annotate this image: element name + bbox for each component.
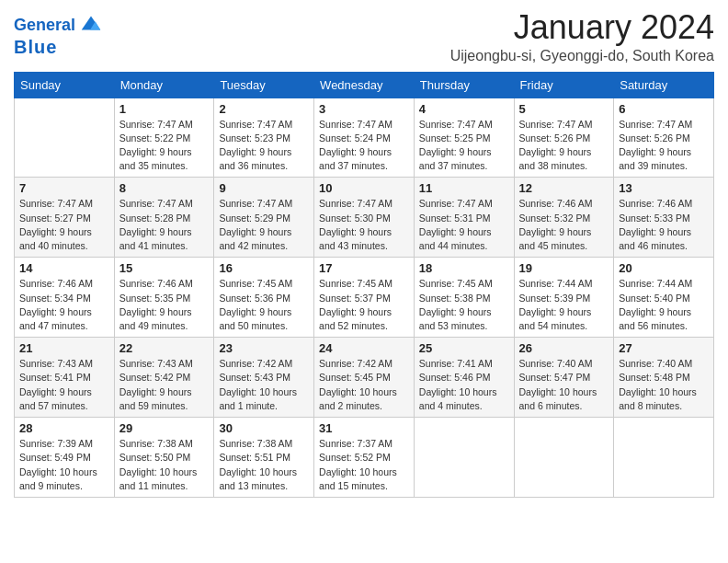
- day-number: 10: [319, 181, 409, 195]
- calendar-cell: 19Sunrise: 7:44 AMSunset: 5:39 PMDayligh…: [514, 258, 614, 338]
- day-info: Sunrise: 7:47 AMSunset: 5:26 PMDaylight:…: [619, 118, 709, 174]
- calendar-cell: 5Sunrise: 7:47 AMSunset: 5:26 PMDaylight…: [514, 98, 614, 178]
- calendar-cell: 9Sunrise: 7:47 AMSunset: 5:29 PMDaylight…: [214, 178, 314, 258]
- logo-text-general: General: [14, 17, 75, 35]
- day-number: 8: [119, 181, 210, 195]
- calendar-cell: [614, 418, 714, 498]
- day-info: Sunrise: 7:47 AMSunset: 5:30 PMDaylight:…: [319, 197, 409, 253]
- calendar-cell: 27Sunrise: 7:40 AMSunset: 5:48 PMDayligh…: [614, 338, 714, 418]
- day-number: 19: [519, 261, 609, 275]
- calendar-week-row: 28Sunrise: 7:39 AMSunset: 5:49 PMDayligh…: [15, 418, 714, 498]
- weekday-header-tuesday: Tuesday: [214, 72, 314, 98]
- weekday-header-monday: Monday: [114, 72, 214, 98]
- day-info: Sunrise: 7:45 AMSunset: 5:36 PMDaylight:…: [219, 277, 309, 333]
- calendar-cell: 11Sunrise: 7:47 AMSunset: 5:31 PMDayligh…: [414, 178, 514, 258]
- calendar-cell: [414, 418, 514, 498]
- calendar-cell: 6Sunrise: 7:47 AMSunset: 5:26 PMDaylight…: [614, 98, 714, 178]
- day-info: Sunrise: 7:47 AMSunset: 5:31 PMDaylight:…: [419, 197, 509, 253]
- day-info: Sunrise: 7:46 AMSunset: 5:34 PMDaylight:…: [19, 277, 109, 333]
- calendar-cell: 23Sunrise: 7:42 AMSunset: 5:43 PMDayligh…: [214, 338, 314, 418]
- calendar-cell: 16Sunrise: 7:45 AMSunset: 5:36 PMDayligh…: [214, 258, 314, 338]
- logo: General Blue: [14, 15, 104, 57]
- calendar-cell: 30Sunrise: 7:38 AMSunset: 5:51 PMDayligh…: [214, 418, 314, 498]
- day-number: 17: [319, 261, 409, 275]
- day-number: 12: [519, 181, 609, 195]
- calendar-cell: 31Sunrise: 7:37 AMSunset: 5:52 PMDayligh…: [314, 418, 415, 498]
- calendar-cell: 17Sunrise: 7:45 AMSunset: 5:37 PMDayligh…: [314, 258, 415, 338]
- logo-icon: [78, 11, 104, 37]
- calendar-cell: [15, 98, 115, 178]
- day-info: Sunrise: 7:47 AMSunset: 5:29 PMDaylight:…: [219, 197, 309, 253]
- day-number: 27: [619, 341, 709, 355]
- calendar-table: SundayMondayTuesdayWednesdayThursdayFrid…: [14, 72, 714, 498]
- day-number: 6: [619, 102, 709, 116]
- day-number: 29: [119, 421, 210, 435]
- day-info: Sunrise: 7:37 AMSunset: 5:52 PMDaylight:…: [319, 437, 409, 493]
- day-info: Sunrise: 7:47 AMSunset: 5:22 PMDaylight:…: [119, 118, 210, 174]
- day-number: 16: [219, 261, 309, 275]
- calendar-cell: 15Sunrise: 7:46 AMSunset: 5:35 PMDayligh…: [114, 258, 214, 338]
- calendar-week-row: 14Sunrise: 7:46 AMSunset: 5:34 PMDayligh…: [15, 258, 714, 338]
- logo-text-blue: Blue: [14, 37, 57, 57]
- day-info: Sunrise: 7:38 AMSunset: 5:51 PMDaylight:…: [219, 437, 309, 493]
- day-info: Sunrise: 7:47 AMSunset: 5:26 PMDaylight:…: [519, 118, 609, 174]
- day-number: 13: [619, 181, 709, 195]
- day-info: Sunrise: 7:43 AMSunset: 5:41 PMDaylight:…: [19, 357, 109, 413]
- day-info: Sunrise: 7:43 AMSunset: 5:42 PMDaylight:…: [119, 357, 210, 413]
- calendar-cell: 14Sunrise: 7:46 AMSunset: 5:34 PMDayligh…: [15, 258, 115, 338]
- day-number: 23: [219, 341, 309, 355]
- calendar-cell: 20Sunrise: 7:44 AMSunset: 5:40 PMDayligh…: [614, 258, 714, 338]
- calendar-week-row: 7Sunrise: 7:47 AMSunset: 5:27 PMDaylight…: [15, 178, 714, 258]
- day-info: Sunrise: 7:42 AMSunset: 5:45 PMDaylight:…: [319, 357, 409, 413]
- day-number: 5: [519, 102, 609, 116]
- day-number: 30: [219, 421, 309, 435]
- calendar-week-row: 21Sunrise: 7:43 AMSunset: 5:41 PMDayligh…: [15, 338, 714, 418]
- day-number: 21: [19, 341, 109, 355]
- day-number: 18: [419, 261, 509, 275]
- day-info: Sunrise: 7:47 AMSunset: 5:24 PMDaylight:…: [319, 118, 409, 174]
- page-header: General Blue January 2024 Uijeongbu-si, …: [14, 9, 714, 64]
- calendar-cell: 2Sunrise: 7:47 AMSunset: 5:23 PMDaylight…: [214, 98, 314, 178]
- calendar-cell: 28Sunrise: 7:39 AMSunset: 5:49 PMDayligh…: [15, 418, 115, 498]
- weekday-header-sunday: Sunday: [15, 72, 115, 98]
- calendar-week-row: 1Sunrise: 7:47 AMSunset: 5:22 PMDaylight…: [15, 98, 714, 178]
- day-number: 11: [419, 181, 509, 195]
- calendar-cell: 25Sunrise: 7:41 AMSunset: 5:46 PMDayligh…: [414, 338, 514, 418]
- day-info: Sunrise: 7:42 AMSunset: 5:43 PMDaylight:…: [219, 357, 309, 413]
- day-number: 22: [119, 341, 210, 355]
- day-number: 15: [119, 261, 210, 275]
- calendar-cell: 24Sunrise: 7:42 AMSunset: 5:45 PMDayligh…: [314, 338, 415, 418]
- day-number: 7: [19, 181, 109, 195]
- day-info: Sunrise: 7:45 AMSunset: 5:38 PMDaylight:…: [419, 277, 509, 333]
- location-title: Uijeongbu-si, Gyeonggi-do, South Korea: [450, 48, 714, 64]
- calendar-cell: 13Sunrise: 7:46 AMSunset: 5:33 PMDayligh…: [614, 178, 714, 258]
- calendar-cell: 4Sunrise: 7:47 AMSunset: 5:25 PMDaylight…: [414, 98, 514, 178]
- day-number: 26: [519, 341, 609, 355]
- day-number: 28: [19, 421, 109, 435]
- day-number: 3: [319, 102, 409, 116]
- day-number: 31: [319, 421, 409, 435]
- day-info: Sunrise: 7:40 AMSunset: 5:47 PMDaylight:…: [519, 357, 609, 413]
- day-info: Sunrise: 7:39 AMSunset: 5:49 PMDaylight:…: [19, 437, 109, 493]
- day-info: Sunrise: 7:44 AMSunset: 5:40 PMDaylight:…: [619, 277, 709, 333]
- calendar-cell: 29Sunrise: 7:38 AMSunset: 5:50 PMDayligh…: [114, 418, 214, 498]
- day-info: Sunrise: 7:40 AMSunset: 5:48 PMDaylight:…: [619, 357, 709, 413]
- day-info: Sunrise: 7:45 AMSunset: 5:37 PMDaylight:…: [319, 277, 409, 333]
- day-info: Sunrise: 7:47 AMSunset: 5:27 PMDaylight:…: [19, 197, 109, 253]
- weekday-header-friday: Friday: [514, 72, 614, 98]
- calendar-cell: [514, 418, 614, 498]
- day-number: 1: [119, 102, 210, 116]
- calendar-cell: 12Sunrise: 7:46 AMSunset: 5:32 PMDayligh…: [514, 178, 614, 258]
- calendar-cell: 3Sunrise: 7:47 AMSunset: 5:24 PMDaylight…: [314, 98, 415, 178]
- weekday-header-thursday: Thursday: [414, 72, 514, 98]
- weekday-header-saturday: Saturday: [614, 72, 714, 98]
- day-number: 24: [319, 341, 409, 355]
- day-number: 20: [619, 261, 709, 275]
- weekday-header-wednesday: Wednesday: [314, 72, 415, 98]
- day-number: 14: [19, 261, 109, 275]
- calendar-cell: 7Sunrise: 7:47 AMSunset: 5:27 PMDaylight…: [15, 178, 115, 258]
- calendar-cell: 21Sunrise: 7:43 AMSunset: 5:41 PMDayligh…: [15, 338, 115, 418]
- day-number: 2: [219, 102, 309, 116]
- day-number: 9: [219, 181, 309, 195]
- day-number: 4: [419, 102, 509, 116]
